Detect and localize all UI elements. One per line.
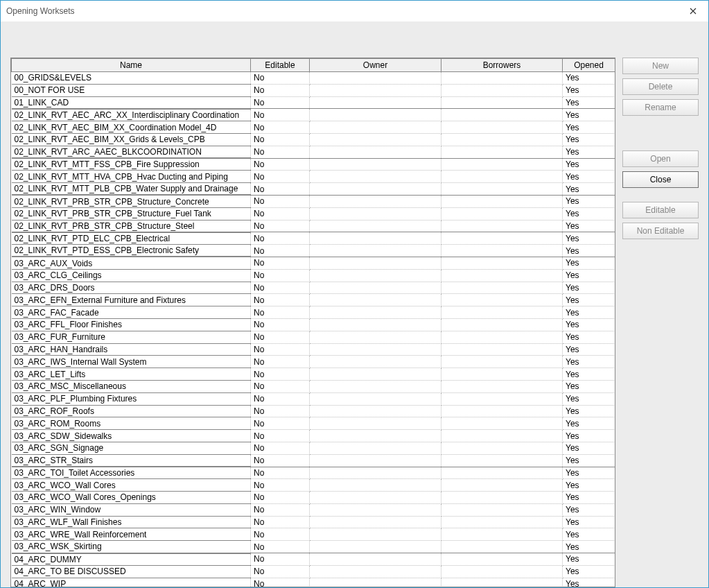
cell-name[interactable]: 03_ARC_EFN_External Furniture and Fixtur… bbox=[12, 294, 251, 306]
table-row[interactable]: 02_LINK_RVT_PRB_STR_CPB_Structure_Concre… bbox=[12, 195, 615, 207]
col-header-borrowers[interactable]: Borrowers bbox=[441, 59, 563, 72]
cell-owner[interactable] bbox=[310, 294, 441, 306]
cell-name[interactable]: 02_LINK_RVT_AEC_ARC_XX_Interdisciplinary… bbox=[12, 109, 251, 121]
cell-owner[interactable] bbox=[310, 96, 441, 109]
cell-owner[interactable] bbox=[310, 578, 441, 587]
cell-borrowers[interactable] bbox=[441, 454, 563, 467]
cell-borrowers[interactable] bbox=[441, 565, 563, 578]
cell-opened[interactable]: Yes bbox=[563, 318, 615, 331]
table-row[interactable]: 03_ARC_PLF_Plumbing FixturesNoYes bbox=[12, 392, 615, 405]
cell-owner[interactable] bbox=[310, 282, 441, 294]
cell-editable[interactable]: No bbox=[251, 503, 310, 516]
cell-name[interactable]: 03_ARC_FUR_Furniture bbox=[12, 331, 251, 343]
cell-editable[interactable]: No bbox=[251, 467, 310, 479]
cell-opened[interactable]: Yes bbox=[563, 109, 615, 121]
cell-editable[interactable]: No bbox=[251, 392, 310, 405]
cell-owner[interactable] bbox=[310, 109, 441, 121]
cell-editable[interactable]: No bbox=[251, 565, 310, 578]
cell-borrowers[interactable] bbox=[441, 158, 563, 171]
table-row[interactable]: 03_ARC_HAN_HandrailsNoYes bbox=[12, 343, 615, 356]
cell-borrowers[interactable] bbox=[441, 195, 563, 207]
cell-opened[interactable]: Yes bbox=[563, 133, 615, 146]
cell-owner[interactable] bbox=[310, 158, 441, 171]
cell-borrowers[interactable] bbox=[441, 528, 563, 541]
table-row[interactable]: 03_ARC_WIN_WindowNoYes bbox=[12, 503, 615, 516]
cell-editable[interactable]: No bbox=[251, 171, 310, 183]
cell-owner[interactable] bbox=[310, 121, 441, 134]
cell-opened[interactable]: Yes bbox=[563, 528, 615, 541]
cell-owner[interactable] bbox=[310, 133, 441, 146]
table-row[interactable]: 03_ARC_FUR_FurnitureNoYes bbox=[12, 331, 615, 343]
cell-opened[interactable]: Yes bbox=[563, 553, 615, 566]
cell-name[interactable]: 03_ARC_WSK_Skirting bbox=[12, 541, 251, 553]
cell-name[interactable]: 03_ARC_FAC_Facade bbox=[12, 306, 251, 319]
cell-borrowers[interactable] bbox=[441, 232, 563, 245]
cell-owner[interactable] bbox=[310, 72, 441, 85]
cell-opened[interactable]: Yes bbox=[563, 269, 615, 282]
cell-opened[interactable]: Yes bbox=[563, 492, 615, 504]
cell-name[interactable]: 03_ARC_AUX_Voids bbox=[12, 257, 251, 269]
cell-editable[interactable]: No bbox=[251, 245, 310, 257]
table-row[interactable]: 03_ARC_IWS_Internal Wall SystemNoYes bbox=[12, 356, 615, 368]
cell-name[interactable]: 04_ARC_DUMMY bbox=[12, 553, 251, 566]
cell-owner[interactable] bbox=[310, 553, 441, 566]
cell-owner[interactable] bbox=[310, 257, 441, 269]
table-row[interactable]: 02_LINK_RVT_PTD_ELC_CPB_ElectricalNoYes bbox=[12, 232, 615, 245]
cell-owner[interactable] bbox=[310, 380, 441, 392]
cell-name[interactable]: 02_LINK_RVT_AEC_BIM_XX_Coordination Mode… bbox=[12, 121, 251, 134]
cell-opened[interactable]: Yes bbox=[563, 516, 615, 528]
table-row[interactable]: 03_ARC_ROM_RoomsNoYes bbox=[12, 417, 615, 430]
cell-name[interactable]: 02_LINK_RVT_MTT_HVA_CPB_Hvac Ducting and… bbox=[12, 171, 251, 183]
cell-owner[interactable] bbox=[310, 492, 441, 504]
cell-owner[interactable] bbox=[310, 356, 441, 368]
cell-editable[interactable]: No bbox=[251, 183, 310, 196]
cell-borrowers[interactable] bbox=[441, 282, 563, 294]
cell-borrowers[interactable] bbox=[441, 430, 563, 442]
cell-owner[interactable] bbox=[310, 171, 441, 183]
cell-opened[interactable]: Yes bbox=[563, 121, 615, 134]
cell-opened[interactable]: Yes bbox=[563, 245, 615, 257]
cell-borrowers[interactable] bbox=[441, 405, 563, 417]
cell-opened[interactable]: Yes bbox=[563, 578, 615, 587]
cell-owner[interactable] bbox=[310, 146, 441, 158]
cell-name[interactable]: 02_LINK_RVT_PRB_STR_CPB_Structure_Concre… bbox=[12, 195, 251, 207]
cell-opened[interactable]: Yes bbox=[563, 282, 615, 294]
cell-name[interactable]: 02_LINK_RVT_ARC_AAEC_BLKCOORDINATION bbox=[12, 146, 251, 158]
col-header-editable[interactable]: Editable bbox=[251, 59, 310, 72]
cell-editable[interactable]: No bbox=[251, 454, 310, 467]
cell-opened[interactable]: Yes bbox=[563, 467, 615, 479]
cell-name[interactable]: 02_LINK_RVT_PTD_ESS_CPB_Electronic Safet… bbox=[12, 245, 251, 257]
table-row[interactable]: 03_ARC_STR_StairsNoYes bbox=[12, 454, 615, 467]
cell-opened[interactable]: Yes bbox=[563, 479, 615, 492]
cell-borrowers[interactable] bbox=[441, 356, 563, 368]
table-row[interactable]: 03_ARC_WLF_Wall FinishesNoYes bbox=[12, 516, 615, 528]
editable-button[interactable]: Editable bbox=[622, 202, 699, 218]
table-row[interactable]: 02_LINK_RVT_PRB_STR_CPB_Structure_SteelN… bbox=[12, 220, 615, 232]
cell-owner[interactable] bbox=[310, 245, 441, 257]
cell-borrowers[interactable] bbox=[441, 392, 563, 405]
table-row[interactable]: 03_ARC_SGN_SignageNoYes bbox=[12, 442, 615, 454]
cell-opened[interactable]: Yes bbox=[563, 356, 615, 368]
cell-name[interactable]: 02_LINK_RVT_MTT_PLB_CPB_Water Supply and… bbox=[12, 183, 251, 196]
worksets-table[interactable]: Name Editable Owner Borrowers Opened 00_… bbox=[11, 58, 615, 587]
cell-borrowers[interactable] bbox=[441, 343, 563, 356]
cell-editable[interactable]: No bbox=[251, 195, 310, 207]
cell-editable[interactable]: No bbox=[251, 541, 310, 553]
cell-borrowers[interactable] bbox=[441, 269, 563, 282]
cell-name[interactable]: 04_ARC_TO BE DISCUSSED bbox=[12, 565, 251, 578]
table-row[interactable]: 03_ARC_WSK_SkirtingNoYes bbox=[12, 541, 615, 553]
cell-opened[interactable]: Yes bbox=[563, 84, 615, 96]
cell-opened[interactable]: Yes bbox=[563, 220, 615, 232]
cell-editable[interactable]: No bbox=[251, 96, 310, 109]
cell-name[interactable]: 02_LINK_RVT_MTT_FSS_CPB_Fire Suppression bbox=[12, 158, 251, 171]
table-row[interactable]: 02_LINK_RVT_MTT_HVA_CPB_Hvac Ducting and… bbox=[12, 171, 615, 183]
cell-opened[interactable]: Yes bbox=[563, 306, 615, 319]
cell-opened[interactable]: Yes bbox=[563, 183, 615, 196]
cell-name[interactable]: 03_ARC_TOI_Toilet Accessories bbox=[12, 467, 251, 479]
cell-owner[interactable] bbox=[310, 318, 441, 331]
table-row[interactable]: 02_LINK_RVT_AEC_ARC_XX_Interdisciplinary… bbox=[12, 109, 615, 121]
cell-owner[interactable] bbox=[310, 467, 441, 479]
cell-borrowers[interactable] bbox=[441, 553, 563, 566]
cell-borrowers[interactable] bbox=[441, 109, 563, 121]
cell-name[interactable]: 03_ARC_WRE_Wall Reinforcement bbox=[12, 528, 251, 541]
